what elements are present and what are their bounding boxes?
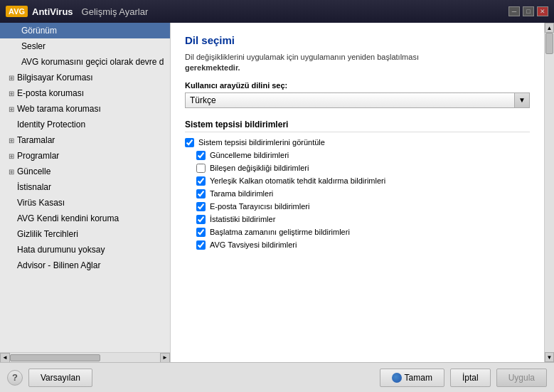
sidebar-item-sesler[interactable]: Sesler <box>0 38 170 54</box>
sidebar-item-label: Sesler <box>21 41 46 51</box>
sidebar-item-avg-kendi[interactable]: AVG Kendi kendini koruma <box>0 211 170 226</box>
checkbox-eposta-bildirimleri[interactable] <box>196 202 206 211</box>
titlebar: AVG AntiVirus Gelişmiş Ayarlar ─ □ ✕ <box>0 0 554 23</box>
restore-button[interactable]: □ <box>523 6 534 16</box>
checkbox-guncelleme-bildirimleri[interactable] <box>196 151 206 160</box>
sidebar-item-label: Identity Protection <box>17 120 85 129</box>
checkbox-row-eposta-bildirimleri: E-posta Tarayıcısı bildirimleri <box>185 202 530 211</box>
content-area: GörünümSeslerAVG korumasını geçici olara… <box>0 23 554 362</box>
section-title: Dil seçimi <box>185 34 530 46</box>
hscroll-right-arrow[interactable]: ► <box>160 353 170 363</box>
vscroll-down-arrow[interactable]: ▼ <box>545 352 554 362</box>
hscroll-track <box>10 353 160 362</box>
sidebar-item-eposta[interactable]: ⊞E-posta koruması <box>0 85 170 101</box>
sidebar-item-label: Web tarama koruması <box>17 104 101 114</box>
dropdown-label: Kullanıcı arayüzü dilini seç: <box>185 81 530 90</box>
ok-button[interactable]: Tamam <box>380 369 444 387</box>
expand-icon: ⊞ <box>9 152 14 160</box>
hscroll-thumb[interactable] <box>10 354 100 361</box>
dropdown-arrow-icon[interactable]: ▼ <box>514 92 530 108</box>
window-title: Gelişmiş Ayarlar <box>82 6 149 17</box>
sidebar: GörünümSeslerAVG korumasını geçici olara… <box>0 23 171 362</box>
app-logo: AVG AntiVirus <box>6 6 73 17</box>
checkbox-baslama-bildirimleri[interactable] <box>196 228 206 237</box>
checkbox-label-guncelleme-bildirimleri: Güncelleme bildirimleri <box>210 151 289 159</box>
checkbox-row-bilesen-bildirimleri: Bileşen değişikliği bildirimleri <box>185 164 530 173</box>
default-button[interactable]: Varsayılan <box>28 369 92 387</box>
sidebar-item-bilgisayar[interactable]: ⊞Bilgisayar Koruması <box>0 70 170 85</box>
checkbox-row-sistem-bildirimleri: Sistem tepsisi bildirimlerini görüntüle <box>185 138 530 147</box>
language-dropdown-container: Türkçe English Deutsch Français Español … <box>185 92 530 108</box>
sidebar-item-label: E-posta koruması <box>17 88 84 98</box>
sidebar-list: GörünümSeslerAVG korumasını geçici olara… <box>0 23 170 352</box>
sidebar-item-advisor[interactable]: Advisor - Bilinen Ağlar <box>0 258 170 273</box>
sidebar-item-guncelle[interactable]: ⊞Güncelle <box>0 164 170 179</box>
expand-icon: ⊞ <box>9 105 14 113</box>
checkboxes-container: Sistem tepsisi bildirimlerini görüntüleG… <box>185 138 530 250</box>
sidebar-item-web-tarama[interactable]: ⊞Web tarama koruması <box>0 101 170 117</box>
sidebar-item-label: Advisor - Bilinen Ağlar <box>17 260 100 270</box>
checkbox-row-baslama-bildirimleri: Başlatma zamanını geliştirme bildirimler… <box>185 228 530 237</box>
sidebar-item-avg-devre[interactable]: AVG korumasını geçici olarak devre d <box>0 54 170 70</box>
notifications-title: Sistem tepsisi bildirimleri <box>185 120 530 132</box>
checkbox-tarama-bildirimleri[interactable] <box>196 189 206 198</box>
checkbox-yerlesik-bildirimleri[interactable] <box>196 176 206 186</box>
vscroll-up-arrow[interactable]: ▲ <box>545 23 554 33</box>
sidebar-item-label: Güncelle <box>17 166 50 176</box>
cancel-button[interactable]: İptal <box>450 369 491 387</box>
vscroll-thumb[interactable] <box>545 33 553 54</box>
close-button[interactable]: ✕ <box>537 6 548 16</box>
minimize-button[interactable]: ─ <box>508 6 520 16</box>
sidebar-item-programlar[interactable]: ⊞Programlar <box>0 148 170 164</box>
checkbox-row-istatistiki-bildirimleri: İstatistiki bildirimler <box>185 215 530 224</box>
checkbox-sistem-bildirimleri[interactable] <box>185 138 194 147</box>
expand-icon: ⊞ <box>9 137 14 144</box>
sidebar-item-label: Virüs Kasası <box>17 198 65 208</box>
hscroll-left-arrow[interactable]: ◄ <box>0 353 10 363</box>
section-desc: Dil değişikliklerini uygulamak için uygu… <box>185 52 530 74</box>
sidebar-item-gizlilik[interactable]: Gizlilik Tercihleri <box>0 226 170 242</box>
checkbox-label-sistem-bildirimleri: Sistem tepsisi bildirimlerini görüntüle <box>198 138 325 147</box>
language-dropdown[interactable]: Türkçe English Deutsch Français Español … <box>185 92 526 108</box>
sidebar-item-virus-kasasi[interactable]: Virüs Kasası <box>0 195 170 211</box>
apply-button[interactable]: Uygula <box>496 369 547 387</box>
sidebar-item-identity[interactable]: Identity Protection <box>0 117 170 132</box>
checkbox-bilesen-bildirimleri[interactable] <box>196 164 206 173</box>
sidebar-item-label: İstisnalar <box>17 182 51 192</box>
checkbox-row-yerlesik-bildirimleri: Yerleşik Kalkan otomatik tehdit kaldırma… <box>185 176 530 186</box>
section-desc-line2: gerekmektedir. <box>185 63 240 72</box>
bottom-bar: ? Varsayılan Tamam İptal Uygula <box>0 362 554 392</box>
checkbox-label-yerlesik-bildirimleri: Yerleşik Kalkan otomatik tehdit kaldırma… <box>210 176 385 185</box>
sidebar-item-label: Bilgisayar Koruması <box>17 73 93 83</box>
sidebar-item-istisnalar[interactable]: İstisnalar <box>0 179 170 195</box>
checkbox-avg-tavsiye-bildirimleri[interactable] <box>196 240 206 250</box>
sidebar-item-label: AVG Kendi kendini koruma <box>17 213 119 223</box>
checkbox-label-baslama-bildirimleri: Başlatma zamanını geliştirme bildirimler… <box>210 228 350 236</box>
window-controls: ─ □ ✕ <box>508 6 548 16</box>
expand-icon: ⊞ <box>9 168 14 176</box>
sidebar-item-label: Hata durumunu yoksay <box>17 245 105 255</box>
sidebar-item-label: Taramalar <box>17 135 55 145</box>
help-button[interactable]: ? <box>7 370 23 386</box>
checkbox-row-guncelleme-bildirimleri: Güncelleme bildirimleri <box>185 151 530 160</box>
checkbox-istatistiki-bildirimleri[interactable] <box>196 215 206 224</box>
checkbox-label-avg-tavsiye-bildirimleri: AVG Tavsiyesi bildirimleri <box>210 240 297 249</box>
vscroll: ▲ ▼ <box>544 23 554 362</box>
sidebar-item-label: Gizlilik Tercihleri <box>17 229 78 239</box>
vscroll-track <box>545 33 554 352</box>
sidebar-item-taramalar[interactable]: ⊞Taramalar <box>0 132 170 148</box>
sidebar-hscroll: ◄ ► <box>0 352 170 362</box>
ok-label: Tamam <box>405 373 432 383</box>
section-desc-line1: Dil değişikliklerini uygulamak için uygu… <box>185 53 419 61</box>
sidebar-item-label: Programlar <box>17 151 59 161</box>
expand-icon: ⊞ <box>9 90 14 97</box>
checkbox-label-tarama-bildirimleri: Tarama bildirimleri <box>210 189 273 198</box>
globe-icon <box>392 373 402 383</box>
sidebar-item-gorunum[interactable]: Görünüm <box>0 23 170 38</box>
avg-logo-box: AVG <box>6 6 28 17</box>
checkbox-row-avg-tavsiye-bildirimleri: AVG Tavsiyesi bildirimleri <box>185 240 530 250</box>
sidebar-item-hata-durumu[interactable]: Hata durumunu yoksay <box>0 242 170 258</box>
checkbox-label-eposta-bildirimleri: E-posta Tarayıcısı bildirimleri <box>210 202 309 211</box>
product-name: AntiVirus <box>32 6 73 17</box>
checkbox-label-istatistiki-bildirimleri: İstatistiki bildirimler <box>210 215 275 223</box>
